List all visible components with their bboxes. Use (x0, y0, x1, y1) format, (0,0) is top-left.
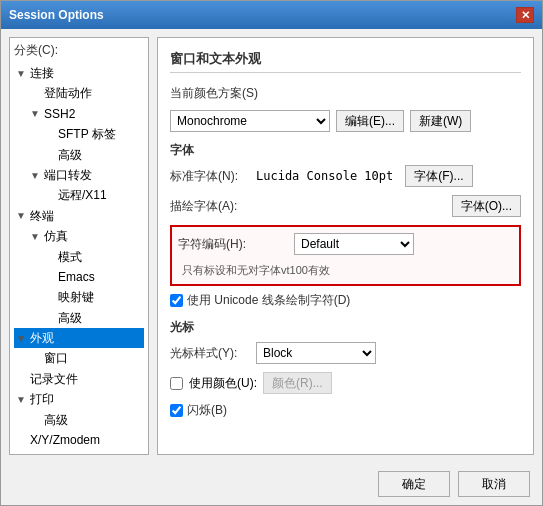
cursor-style-select[interactable]: Block (256, 342, 376, 364)
tree-label-remote-x11: 远程/X11 (58, 185, 107, 205)
expander-portforward: ▼ (30, 167, 44, 184)
use-color-label: 使用颜色(U): (189, 375, 257, 392)
section-title: 窗口和文本外观 (170, 50, 521, 73)
dialog-title: Session Options (9, 8, 104, 22)
tree-label-advanced-print: 高级 (44, 410, 68, 430)
left-panel: 分类(C): ▼ 连接 登陆动作 ▼ SSH2 SFTP 标签 (9, 37, 149, 455)
alternate-font-button[interactable]: 字体(O)... (452, 195, 521, 217)
standard-font-row: 标准字体(N): Lucida Console 10pt 字体(F)... (170, 165, 521, 187)
tree-label-window: 窗口 (44, 348, 68, 368)
color-scheme-select[interactable]: Monochrome (170, 110, 330, 132)
dialog-body: 分类(C): ▼ 连接 登陆动作 ▼ SSH2 SFTP 标签 (1, 29, 542, 463)
tree-item-connect[interactable]: ▼ 连接 (14, 63, 144, 83)
expander-emulation: ▼ (30, 228, 44, 245)
tree-label-login: 登陆动作 (44, 83, 92, 103)
dialog-footer: 确定 取消 (1, 463, 542, 505)
tree-item-ssh2[interactable]: ▼ SSH2 (28, 104, 144, 124)
tree-label-advanced-terminal: 高级 (58, 308, 82, 328)
font-section-title: 字体 (170, 142, 521, 159)
tree-label-print: 打印 (30, 389, 54, 409)
standard-font-label: 标准字体(N): (170, 168, 250, 185)
color-scheme-controls: Monochrome 编辑(E)... 新建(W) (170, 110, 521, 132)
blink-checkbox[interactable] (170, 404, 183, 417)
right-panel: 窗口和文本外观 当前颜色方案(S) Monochrome 编辑(E)... 新建… (157, 37, 534, 455)
tree-item-modes[interactable]: 模式 (42, 247, 144, 267)
unicode-label: 使用 Unicode 线条绘制字符(D) (187, 292, 350, 309)
tree-item-advanced-terminal[interactable]: 高级 (42, 308, 144, 328)
tree-label-portforward: 端口转发 (44, 165, 92, 185)
tree-label-advanced-ssh: 高级 (58, 145, 82, 165)
expander-print: ▼ (16, 391, 30, 408)
blink-row: 闪烁(B) (170, 402, 521, 419)
tree: ▼ 连接 登陆动作 ▼ SSH2 SFTP 标签 高级 (14, 63, 144, 450)
expander-appearance: ▼ (16, 330, 30, 347)
unicode-checkbox[interactable] (170, 294, 183, 307)
edit-button[interactable]: 编辑(E)... (336, 110, 404, 132)
tree-label-emulation: 仿真 (44, 226, 68, 246)
expander-terminal: ▼ (16, 207, 30, 224)
tree-item-advanced-print[interactable]: 高级 (28, 410, 144, 430)
tree-item-print[interactable]: ▼ 打印 (14, 389, 144, 409)
tree-item-portforward[interactable]: ▼ 端口转发 (28, 165, 144, 185)
unicode-row: 使用 Unicode 线条绘制字符(D) (170, 292, 521, 309)
tree-label-terminal: 终端 (30, 206, 54, 226)
tree-item-xyzmodem[interactable]: X/Y/Zmodem (14, 430, 144, 450)
color-scheme-row: 当前颜色方案(S) (170, 85, 521, 102)
new-button[interactable]: 新建(W) (410, 110, 471, 132)
color-scheme-label: 当前颜色方案(S) (170, 85, 258, 102)
tree-item-emulation[interactable]: ▼ 仿真 (28, 226, 144, 246)
tree-item-window[interactable]: 窗口 (28, 348, 144, 368)
tree-item-emacs[interactable]: Emacs (42, 267, 144, 287)
tree-item-terminal[interactable]: ▼ 终端 (14, 206, 144, 226)
encoding-row: 字符编码(H): Default (178, 233, 513, 255)
alternate-font-row: 描绘字体(A): 字体(O)... (170, 195, 521, 217)
tree-label-connect: 连接 (30, 63, 54, 83)
alternate-font-label: 描绘字体(A): (170, 198, 250, 215)
cancel-button[interactable]: 取消 (458, 471, 530, 497)
tree-label-logfile: 记录文件 (30, 369, 78, 389)
encoding-label: 字符编码(H): (178, 236, 288, 253)
category-label: 分类(C): (14, 42, 144, 59)
title-bar: Session Options ✕ (1, 1, 542, 29)
tree-label-appearance: 外观 (30, 328, 54, 348)
cursor-style-label: 光标样式(Y): (170, 345, 250, 362)
tree-item-advanced-ssh[interactable]: 高级 (42, 145, 144, 165)
cursor-section-title: 光标 (170, 319, 521, 336)
standard-font-value: Lucida Console 10pt (256, 169, 393, 183)
tree-label-xyzmodem: X/Y/Zmodem (30, 430, 100, 450)
cursor-style-row: 光标样式(Y): Block (170, 342, 521, 364)
expander-connect: ▼ (16, 65, 30, 82)
ok-button[interactable]: 确定 (378, 471, 450, 497)
blink-label: 闪烁(B) (187, 402, 227, 419)
font-button[interactable]: 字体(F)... (405, 165, 472, 187)
tree-item-appearance[interactable]: ▼ 外观 (14, 328, 144, 348)
use-color-row: 使用颜色(U): 颜色(R)... (170, 372, 521, 394)
tree-item-remote-x11[interactable]: 远程/X11 (42, 185, 144, 205)
tree-item-sftp[interactable]: SFTP 标签 (42, 124, 144, 144)
use-color-checkbox[interactable] (170, 377, 183, 390)
tree-label-keymap: 映射键 (58, 287, 94, 307)
encoding-note: 只有标设和无对字体vt100有效 (178, 263, 513, 278)
tree-item-logfile[interactable]: 记录文件 (14, 369, 144, 389)
tree-item-keymap[interactable]: 映射键 (42, 287, 144, 307)
tree-item-login[interactable]: 登陆动作 (28, 83, 144, 103)
session-options-dialog: Session Options ✕ 分类(C): ▼ 连接 登陆动作 ▼ SSH… (0, 0, 543, 506)
tree-label-modes: 模式 (58, 247, 82, 267)
encoding-select[interactable]: Default (294, 233, 414, 255)
tree-label-emacs: Emacs (58, 267, 95, 287)
encoding-box: 字符编码(H): Default 只有标设和无对字体vt100有效 (170, 225, 521, 286)
close-button[interactable]: ✕ (516, 7, 534, 23)
tree-label-ssh2: SSH2 (44, 104, 75, 124)
color-button[interactable]: 颜色(R)... (263, 372, 332, 394)
expander-ssh2: ▼ (30, 105, 44, 122)
tree-label-sftp: SFTP 标签 (58, 124, 116, 144)
